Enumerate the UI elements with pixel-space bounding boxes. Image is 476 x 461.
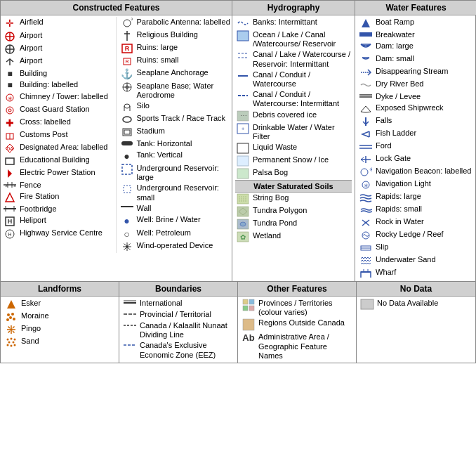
list-item: Silo xyxy=(119,100,231,113)
list-item: Falls xyxy=(358,115,474,128)
svg-point-118 xyxy=(7,339,9,341)
seaplane-anchorage-label: Seaplane Anchorage xyxy=(135,68,231,77)
sports-track-icon xyxy=(119,114,135,125)
list-item: No Data Available xyxy=(359,298,472,311)
rock-in-water-icon: + xyxy=(358,217,373,228)
esker-label: Esker xyxy=(19,299,116,308)
list-item: ● Tank: Vertical xyxy=(119,150,231,163)
svg-point-41 xyxy=(124,104,130,108)
svg-point-106 xyxy=(9,316,12,319)
list-item: Canal / Lake / Watercourse / Reservoir: … xyxy=(235,49,352,69)
list-item: Wind-operated Device xyxy=(119,240,231,253)
drinkable-water-label: Drinkable Water / Water Filter xyxy=(251,123,352,141)
banks-intermittant-icon xyxy=(235,18,251,29)
list-item: ● Well: Brine / Water xyxy=(119,214,231,228)
fish-ladder-label: Fish Ladder xyxy=(373,129,474,138)
svg-point-10 xyxy=(8,109,11,112)
educational-building-label: Educational Building xyxy=(18,155,114,164)
no-data-header: No Data xyxy=(357,282,475,297)
list-item: Wall xyxy=(119,203,231,214)
dry-river-bed-icon xyxy=(358,79,373,91)
liquid-waste-label: Liquid Waste xyxy=(251,143,352,152)
constructed-left-col: ✛ Airfield Airport Airport xyxy=(2,17,117,253)
svg-point-122 xyxy=(13,342,15,344)
string-bog-label: String Bog xyxy=(251,193,352,202)
svg-text:R: R xyxy=(125,59,128,64)
exposed-shipwreck-label: Exposed Shipwreck xyxy=(373,103,474,112)
list-item: H Heliport xyxy=(2,215,114,228)
svg-point-120 xyxy=(14,339,16,341)
religious-building-label: Religious Building xyxy=(135,30,231,39)
list-item: Canada / Kalaallit Nunaat Dividing Line xyxy=(122,320,234,340)
boundaries-content: International Provincial / Territorial C… xyxy=(119,297,237,362)
provincial-label: Provincial / Territorial xyxy=(138,310,234,319)
canal-conduit-intermittant-label: Canal / Conduit / Watercourse: Intermitt… xyxy=(251,90,352,108)
list-item: ✳ Parabolic Antenna: labelled xyxy=(119,17,231,30)
svg-text:H: H xyxy=(8,218,13,225)
palsa-bog-label: Palsa Bog xyxy=(251,168,352,177)
svg-point-123 xyxy=(7,344,9,346)
fence-label: Fence xyxy=(18,181,114,190)
list-item: Palsa Bog xyxy=(235,167,352,180)
disappearing-stream-label: Disappearing Stream xyxy=(373,67,474,76)
svg-rect-133 xyxy=(243,306,248,311)
lock-gate-label: Lock Gate xyxy=(373,154,474,163)
svg-rect-48 xyxy=(122,164,132,174)
silo-label: Silo xyxy=(135,101,231,110)
list-item: ✚ Cross: labelled xyxy=(2,117,114,130)
list-item: Esker xyxy=(4,298,116,311)
list-item: Dam: small xyxy=(358,53,474,66)
no-data-available-label: No Data Available xyxy=(375,299,472,308)
seaplane-base-icon xyxy=(119,82,135,93)
list-item: ✿ Wetland xyxy=(235,230,352,243)
international-label: International xyxy=(138,299,234,308)
electric-power-icon xyxy=(2,168,18,179)
dyke-levee-icon xyxy=(358,92,373,100)
regions-outside-icon xyxy=(241,318,256,331)
other-features-section: Other Features Provinces / Territories (… xyxy=(238,282,357,363)
list-item: Dam: large xyxy=(358,41,474,53)
no-data-available-icon xyxy=(359,299,375,310)
highway-service-label: Highway Service Centre xyxy=(18,228,114,238)
svg-text:+: + xyxy=(364,219,368,226)
fence-icon: ×× xyxy=(2,181,18,189)
list-item: ✛ Airfield xyxy=(2,17,114,30)
dam-large-icon xyxy=(358,41,373,53)
list-item: Provincial / Territorial xyxy=(122,309,234,320)
airport2-label: Airport xyxy=(18,44,114,53)
breakwater-icon xyxy=(358,30,373,39)
list-item: Sand xyxy=(4,336,116,349)
wind-operated-label: Wind-operated Device xyxy=(135,241,231,250)
list-item: R Ruins: large xyxy=(119,42,231,55)
list-item: ✳ Chimney / Tower: labelled xyxy=(2,91,114,104)
underground-reservoir-large-label: Underground Reservoir: large xyxy=(135,164,231,182)
list-item: Slip xyxy=(358,242,474,254)
rapids-small-label: Rapids: small xyxy=(373,204,474,214)
bottom-sections: Landforms Esker Moraine xyxy=(1,282,475,363)
water-saturated-header: Water Saturated Soils xyxy=(235,180,352,193)
svg-line-58 xyxy=(128,244,130,246)
canada-kalaallit-label: Canada / Kalaallit Nunaat Dividing Line xyxy=(138,321,234,339)
svg-point-125 xyxy=(14,344,16,346)
svg-line-115 xyxy=(13,331,15,333)
svg-text:✳: ✳ xyxy=(369,167,372,173)
list-item: Footbridge xyxy=(2,204,114,215)
list-item: Exposed Shipwreck xyxy=(358,103,474,115)
list-item: H Highway Service Centre xyxy=(2,228,114,240)
dyke-levee-label: Dyke / Levee xyxy=(373,92,474,101)
underground-reservoir-small-icon xyxy=(119,183,135,195)
tank-vertical-label: Tank: Vertical xyxy=(135,150,231,160)
footbridge-label: Footbridge xyxy=(18,204,114,214)
stadium-icon xyxy=(119,126,135,138)
landforms-header: Landforms xyxy=(1,282,119,297)
rapids-small-icon xyxy=(358,204,373,216)
permanent-snow-label: Permanent Snow / Ice xyxy=(251,155,352,164)
list-item: International xyxy=(122,298,234,309)
banks-intermittant-label: Banks: Intermittant xyxy=(251,18,352,27)
list-item: Electric Power Station xyxy=(2,167,114,180)
list-item: Rapids: large xyxy=(358,191,474,204)
other-features-content: Provinces / Territories (colour varies) … xyxy=(238,297,356,363)
list-item: Educational Building xyxy=(2,155,114,167)
list-item: Stadium xyxy=(119,126,231,138)
svg-text:×: × xyxy=(13,183,16,188)
